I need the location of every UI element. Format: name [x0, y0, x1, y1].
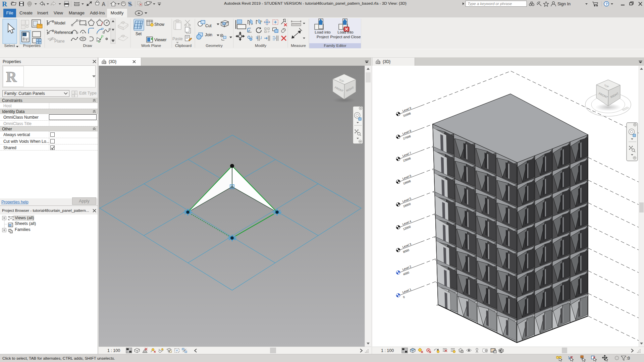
svg-text:Level 2: Level 2: [402, 265, 412, 271]
svg-text:Level 9: Level 9: [402, 106, 412, 113]
svg-text:4000: 4000: [402, 271, 410, 276]
svg-text:Level 4: Level 4: [402, 220, 412, 226]
svg-text::0: :0: [627, 356, 630, 361]
svg-text:12000: 12000: [402, 225, 411, 231]
svg-text:?: ?: [605, 2, 608, 6]
svg-text:16000: 16000: [402, 202, 411, 208]
svg-text:8000: 8000: [402, 248, 410, 254]
svg-text:Level 1: Level 1: [402, 288, 412, 294]
svg-text:27998: 27998: [402, 134, 411, 140]
svg-text:Type a keyword or phrase: Type a keyword or phrase: [468, 2, 512, 6]
svg-text:0: 0: [402, 295, 405, 299]
svg-text:P: P: [268, 30, 270, 34]
svg-text:R: R: [2, 0, 7, 8]
svg-text:Level 5: Level 5: [402, 197, 412, 203]
svg-text:19998: 19998: [402, 179, 411, 185]
svg-text:Level 6: Level 6: [402, 174, 412, 180]
svg-text:23998: 23998: [402, 157, 411, 163]
svg-text:Level 7: Level 7: [402, 151, 412, 158]
svg-text:Level 3: Level 3: [402, 242, 412, 249]
svg-text:A: A: [102, 1, 106, 7]
svg-text:R: R: [6, 69, 17, 85]
svg-text:Level 8: Level 8: [402, 129, 412, 135]
svg-text:Sign In: Sign In: [557, 2, 571, 6]
svg-text:31998: 31998: [402, 112, 411, 118]
